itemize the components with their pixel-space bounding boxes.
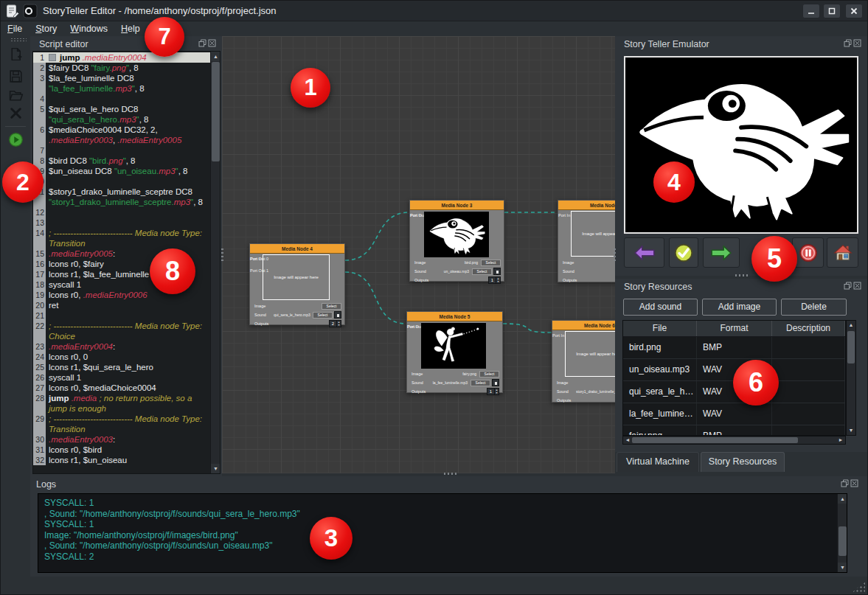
scrollbar-thumb[interactable] <box>632 437 798 443</box>
spinner-arrows[interactable]: ▲▼ <box>336 321 341 327</box>
close-panel-icon[interactable] <box>850 479 858 487</box>
bird-image <box>625 58 857 232</box>
float-panel-icon[interactable] <box>198 39 206 47</box>
outputs-spinner[interactable]: 2▲▼ <box>329 320 341 327</box>
select-button[interactable]: Select <box>472 268 492 275</box>
open-project-button[interactable] <box>6 86 26 104</box>
select-button[interactable]: Select <box>313 312 333 319</box>
scrollbar-thumb[interactable] <box>839 526 847 556</box>
splitter-handle[interactable] <box>221 248 223 262</box>
code-segment: mp3 <box>159 167 175 175</box>
media-node[interactable]: Media Node 3Port InPort OutImagebird.png… <box>409 200 504 282</box>
select-button[interactable]: Select <box>479 371 499 377</box>
media-node[interactable]: Media Node 5Port InPort OutImagefairy.pn… <box>406 311 503 393</box>
home-button[interactable] <box>827 237 858 268</box>
menu-windows[interactable]: Windows <box>63 22 114 35</box>
back-button[interactable] <box>624 237 664 268</box>
port-in[interactable]: Port In <box>552 333 564 338</box>
titlebar[interactable]: StoryTeller Editor - /home/anthony/ostpr… <box>1 1 868 21</box>
menu-file[interactable]: File <box>1 22 29 35</box>
scroll-right-arrow[interactable]: ► <box>836 436 845 444</box>
close-project-button[interactable] <box>6 104 26 122</box>
code-segment: : <box>113 342 115 351</box>
delete-sound-button[interactable] <box>334 311 341 319</box>
placeholder-text: Image will appear here <box>576 352 615 356</box>
logs-scrollbar[interactable]: ▲ ▼ <box>837 494 847 572</box>
scroll-down-arrow[interactable]: ▼ <box>211 464 221 473</box>
add-sound-button[interactable]: Add sound <box>623 299 698 316</box>
next-button[interactable] <box>703 237 740 268</box>
float-panel-icon[interactable] <box>844 282 852 290</box>
media-node[interactable]: Media Node 7Port InImage will appear her… <box>558 200 615 282</box>
table-row[interactable]: bird.pngBMP <box>623 337 845 359</box>
line-number: 32 <box>33 455 46 465</box>
splitter-handle[interactable] <box>614 248 616 262</box>
maximize-button[interactable] <box>823 4 841 18</box>
float-panel-icon[interactable] <box>841 479 849 487</box>
column-header[interactable]: Format <box>697 321 772 336</box>
select-button[interactable]: Select <box>322 303 341 310</box>
port-in[interactable]: Port In <box>558 212 570 218</box>
menu-help[interactable]: Help <box>114 22 147 35</box>
scroll-up-arrow[interactable]: ▲ <box>838 494 847 504</box>
outputs-spinner[interactable]: 1▲▼ <box>487 388 499 395</box>
float-panel-icon[interactable] <box>844 39 852 47</box>
line-number: 14 <box>33 228 46 248</box>
node-graph-canvas[interactable]: Media Node 4Port InPort Out 0Port Out 1I… <box>222 36 615 473</box>
splitter-handle[interactable] <box>735 274 749 276</box>
close-panel-icon[interactable] <box>853 282 861 290</box>
column-header[interactable]: Description <box>772 321 845 336</box>
close-panel-icon[interactable] <box>853 39 861 47</box>
code-line: 24lcons r0, 0 <box>33 352 210 362</box>
scroll-up-arrow[interactable]: ▲ <box>211 52 221 61</box>
splitter-handle[interactable] <box>444 473 457 475</box>
delete-button[interactable]: Delete <box>781 299 847 316</box>
delete-sound-button[interactable] <box>492 379 499 386</box>
scrollbar-thumb[interactable] <box>847 331 855 363</box>
minimize-button[interactable] <box>802 4 820 18</box>
add-image-button[interactable]: Add image <box>702 299 777 316</box>
select-button[interactable]: Select <box>481 260 501 266</box>
open-folder-icon <box>8 88 24 103</box>
table-hscrollbar[interactable]: ◄ ► <box>622 436 846 445</box>
spinner-arrows[interactable]: ▲▼ <box>496 277 500 283</box>
tab-virtual-machine[interactable]: Virtual Machine <box>617 452 699 472</box>
close-panel-icon[interactable] <box>208 39 216 47</box>
save-button[interactable] <box>6 67 26 85</box>
tab-story-resources[interactable]: Story Resources <box>701 452 785 472</box>
scroll-down-arrow[interactable]: ▼ <box>838 563 847 572</box>
port-out[interactable]: Port Out <box>410 212 425 218</box>
script-editor-scrollbar[interactable]: ▲ ▼ <box>210 52 220 473</box>
table-row[interactable]: fairy.pngBMP <box>623 425 845 436</box>
annotation-badge-6: 6 <box>733 360 779 406</box>
line-number: 2 <box>33 63 46 73</box>
scroll-left-arrow[interactable]: ◄ <box>623 436 632 444</box>
menu-story[interactable]: Story <box>29 22 63 35</box>
table-cell: bird.png <box>623 337 697 358</box>
media-node[interactable]: Media Node 4Port InPort Out 0Port Out 1I… <box>249 243 345 325</box>
close-button[interactable] <box>845 4 863 18</box>
delete-sound-button[interactable] <box>493 268 501 275</box>
toolbar-grip[interactable] <box>10 38 27 42</box>
scroll-up-arrow[interactable]: ▲ <box>847 321 855 330</box>
table-vscrollbar[interactable]: ▲ ▼ <box>846 320 856 436</box>
resources-title: Story Resources <box>624 282 692 292</box>
scroll-down-arrow[interactable]: ▼ <box>847 426 855 435</box>
new-file-button[interactable] <box>6 45 26 63</box>
validate-button[interactable] <box>669 237 698 268</box>
spinner-arrows[interactable]: ▲▼ <box>494 389 499 394</box>
column-header[interactable]: File <box>623 321 697 336</box>
scrollbar-thumb[interactable] <box>212 62 220 161</box>
line-content: $un_oiseau DC8 "un_oiseau.mp3", 8 <box>46 166 210 176</box>
select-button[interactable]: Select <box>471 380 490 386</box>
table-row[interactable]: la_fee_lumine…WAV <box>623 403 845 425</box>
window-resize-grip[interactable] <box>852 582 865 593</box>
field-value: story1_drako_luminelle_sceptre.mp3 <box>576 389 615 394</box>
code-line: 6$mediaChoice0004 DC32, 2, .mediaEntry00… <box>33 125 210 145</box>
media-node[interactable]: Media Node 6Port InImage will appear her… <box>552 320 615 403</box>
port-out[interactable]: Port Out <box>407 324 422 330</box>
code-segment: png <box>112 63 126 72</box>
logs-output[interactable]: SYSCALL: 1, Sound: "/home/anthony/ostpro… <box>38 493 847 573</box>
outputs-spinner[interactable]: 1▲▼ <box>488 276 501 284</box>
run-button[interactable] <box>6 131 26 148</box>
